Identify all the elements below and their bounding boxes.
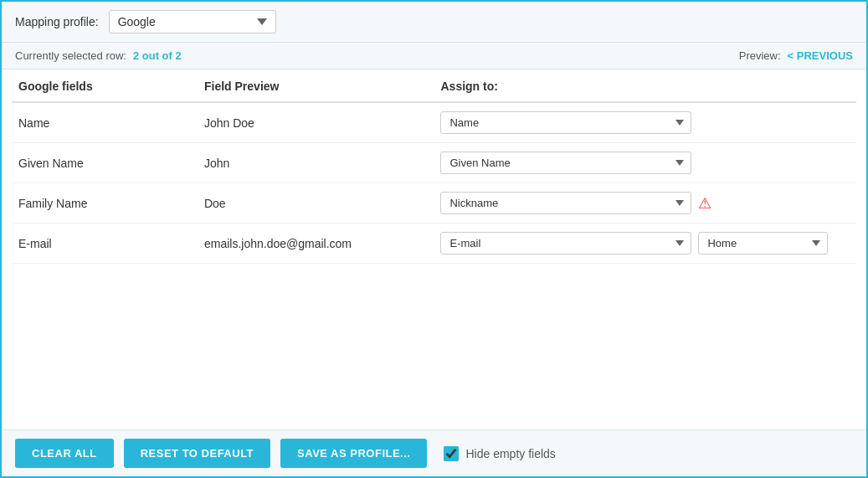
footer-row: CLEAR ALL RESET TO DEFAULT SAVE AS PROFI… xyxy=(2,429,866,476)
status-left: Currently selected row: 2 out of 2 xyxy=(15,49,182,62)
status-row: Currently selected row: 2 out of 2 Previ… xyxy=(2,43,866,69)
table-row: E-mailemails.john.doe@gmail.comE-mailHom… xyxy=(12,224,856,264)
mapping-table: Google fields Field Preview Assign to: N… xyxy=(12,69,856,264)
hide-empty-checkbox[interactable] xyxy=(444,446,459,461)
assign-main-select[interactable]: E-mail xyxy=(440,232,691,254)
assign-sub-select[interactable]: Home xyxy=(698,232,828,254)
mapping-profile-select[interactable]: Google Outlook Yahoo Custom xyxy=(109,10,276,33)
previous-link[interactable]: < PREVIOUS xyxy=(788,49,853,62)
field-cell: Name xyxy=(12,102,198,143)
preview-cell: emails.john.doe@gmail.com xyxy=(198,224,434,264)
hide-empty-container: Hide empty fields xyxy=(444,446,555,461)
table-row: Family NameDoeNickname⚠ xyxy=(12,183,856,224)
assign-cell: Name xyxy=(434,102,856,143)
selected-row-label: Currently selected row: xyxy=(15,49,126,62)
table-row: Given NameJohnGiven Name xyxy=(12,143,856,183)
assign-main-select[interactable]: Nickname xyxy=(440,192,691,214)
preview-cell: John xyxy=(198,143,434,183)
save-as-profile-button[interactable]: SAVE AS PROFILE... xyxy=(280,439,427,468)
table-header-row: Google fields Field Preview Assign to: xyxy=(12,69,856,102)
app-container: Mapping profile: Google Outlook Yahoo Cu… xyxy=(0,0,868,478)
col-header-fields: Google fields xyxy=(12,69,198,102)
warning-icon: ⚠ xyxy=(698,194,711,213)
clear-all-button[interactable]: CLEAR ALL xyxy=(15,439,114,468)
hide-empty-label: Hide empty fields xyxy=(465,447,555,460)
col-header-preview: Field Preview xyxy=(198,69,434,102)
preview-cell: Doe xyxy=(198,183,434,224)
preview-cell: John Doe xyxy=(198,102,434,143)
assign-cell: Given Name xyxy=(434,143,856,183)
field-cell: Family Name xyxy=(12,183,198,224)
assign-cell: E-mailHome xyxy=(434,224,856,264)
field-cell: E-mail xyxy=(12,224,198,264)
reset-to-default-button[interactable]: RESET TO DEFAULT xyxy=(124,439,270,468)
main-content: Google fields Field Preview Assign to: N… xyxy=(2,69,866,429)
mapping-profile-label: Mapping profile: xyxy=(15,15,99,28)
assign-main-select[interactable]: Given Name xyxy=(440,152,691,174)
status-right: Preview: < PREVIOUS xyxy=(739,49,853,62)
field-cell: Given Name xyxy=(12,143,198,183)
table-row: NameJohn DoeName xyxy=(12,102,856,143)
preview-label: Preview: xyxy=(739,49,781,62)
col-header-assign: Assign to: xyxy=(434,69,856,102)
selected-row-value: 2 out of 2 xyxy=(133,49,182,62)
assign-main-select[interactable]: Name xyxy=(440,111,691,134)
assign-cell: Nickname⚠ xyxy=(434,183,856,224)
header-row: Mapping profile: Google Outlook Yahoo Cu… xyxy=(2,2,866,43)
